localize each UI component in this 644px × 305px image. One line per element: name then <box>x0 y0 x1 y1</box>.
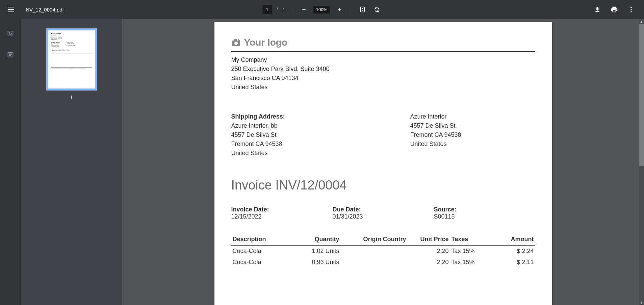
page-viewport[interactable]: Your logo My Company 250 Executive Park … <box>122 19 644 305</box>
source-label: Source: <box>434 206 535 213</box>
invoice-date-block: Invoice Date: 12/15/2022 <box>231 206 333 220</box>
shipping-street: 4557 De Silva St <box>231 130 410 139</box>
col-quantity: Quantity <box>298 234 341 245</box>
print-button[interactable] <box>610 5 619 14</box>
zoom-out-button[interactable]: − <box>299 5 309 14</box>
zoom-in-button[interactable]: + <box>335 5 344 14</box>
company-street: 250 Executive Park Blvd, Suite 3400 <box>231 65 535 74</box>
source-value: S00115 <box>434 213 535 220</box>
page-total: 1 <box>283 7 285 12</box>
table-row: Coca-Cola 0.96 Units 2.20 Tax 15% $ 2.11 <box>231 257 535 268</box>
outline-icon[interactable] <box>6 51 15 59</box>
svg-rect-11 <box>234 39 237 41</box>
company-address: My Company 250 Executive Park Blvd, Suit… <box>231 55 535 92</box>
page-number-input[interactable] <box>262 5 272 14</box>
fit-page-button[interactable] <box>358 5 367 14</box>
header-rule <box>231 51 535 52</box>
cell-origin <box>341 257 408 268</box>
logo-placeholder: Your logo <box>231 36 535 49</box>
shipping-city: Fremont CA 94538 <box>231 139 410 149</box>
pdf-toolbar: INV_12_0004.pdf / 1 − 100% + <box>0 0 644 19</box>
thumbnails-icon[interactable] <box>6 29 15 37</box>
billing-street: 4557 De Silva St <box>410 121 535 130</box>
due-date-label: Due Date: <box>333 206 434 213</box>
cell-unit-price: 2.20 <box>408 245 450 257</box>
shipping-address-block: Shipping Address: Azure Interior, bb 455… <box>231 112 410 158</box>
company-country: United States <box>231 83 535 92</box>
page-thumbnail[interactable]: ▣ Your logo My Company250 Executive Park… <box>46 28 97 91</box>
toolbar-divider <box>351 6 351 13</box>
col-taxes: Taxes <box>450 234 487 245</box>
cell-quantity: 1.02 Units <box>298 245 341 257</box>
cell-origin <box>341 245 408 257</box>
col-amount: Amount <box>487 234 535 245</box>
cell-taxes: Tax 15% <box>450 245 487 257</box>
sidebar <box>0 19 21 305</box>
cell-amount: $ 2.24 <box>487 245 535 257</box>
shipping-name: Azure Interior, bb <box>231 121 410 130</box>
table-row: Coca-Cola 1.02 Units 2.20 Tax 15% $ 2.24 <box>231 245 535 257</box>
billing-name: Azure Interior <box>410 112 535 121</box>
zoom-level[interactable]: 100% <box>313 6 330 14</box>
filename-label: INV_12_0004.pdf <box>24 7 64 12</box>
svg-point-5 <box>9 32 10 33</box>
source-block: Source: S00115 <box>434 206 535 220</box>
camera-icon <box>231 39 241 47</box>
rotate-button[interactable] <box>372 5 382 14</box>
cell-description: Coca-Cola <box>231 257 298 268</box>
svg-point-12 <box>234 42 238 45</box>
page-separator: / <box>277 7 278 12</box>
scroll-down-arrow[interactable]: ▼ <box>639 300 644 305</box>
company-city: San Francisco CA 94134 <box>231 74 535 83</box>
shipping-country: United States <box>231 149 410 158</box>
logo-text: Your logo <box>244 37 288 48</box>
document-page: Your logo My Company 250 Executive Park … <box>214 22 552 305</box>
due-date-block: Due Date: 01/31/2023 <box>333 206 434 220</box>
scrollbar-thumb[interactable] <box>639 24 644 166</box>
col-origin: Origin Country <box>341 234 408 245</box>
shipping-label: Shipping Address: <box>231 112 410 121</box>
due-date-value: 01/31/2023 <box>333 213 434 220</box>
cell-description: Coca-Cola <box>231 245 298 257</box>
toolbar-divider <box>292 6 292 13</box>
download-button[interactable] <box>593 5 602 14</box>
line-items-table: Description Quantity Origin Country Unit… <box>231 234 535 268</box>
invoice-title: Invoice INV/12/0004 <box>231 178 535 193</box>
more-menu-button[interactable] <box>626 5 636 14</box>
svg-point-3 <box>630 11 632 12</box>
thumbnail-panel: ▣ Your logo My Company250 Executive Park… <box>21 19 122 305</box>
invoice-date-value: 12/15/2022 <box>231 213 333 220</box>
col-description: Description <box>231 234 298 245</box>
company-name: My Company <box>231 55 535 65</box>
cell-taxes: Tax 15% <box>450 257 487 268</box>
thumbnail-number: 1 <box>70 95 73 100</box>
svg-point-1 <box>630 7 632 8</box>
billing-country: United States <box>410 139 535 149</box>
billing-address-block: Azure Interior 4557 De Silva St Fremont … <box>410 112 535 158</box>
cell-unit-price: 2.20 <box>408 257 450 268</box>
cell-amount: $ 2.11 <box>487 257 535 268</box>
col-unit-price: Unit Price <box>408 234 450 245</box>
scroll-up-arrow[interactable]: ▲ <box>639 19 644 24</box>
svg-point-2 <box>630 9 632 10</box>
cell-quantity: 0.96 Units <box>298 257 341 268</box>
menu-icon[interactable] <box>7 5 15 14</box>
billing-city: Fremont CA 94538 <box>410 130 535 139</box>
invoice-date-label: Invoice Date: <box>231 206 333 213</box>
